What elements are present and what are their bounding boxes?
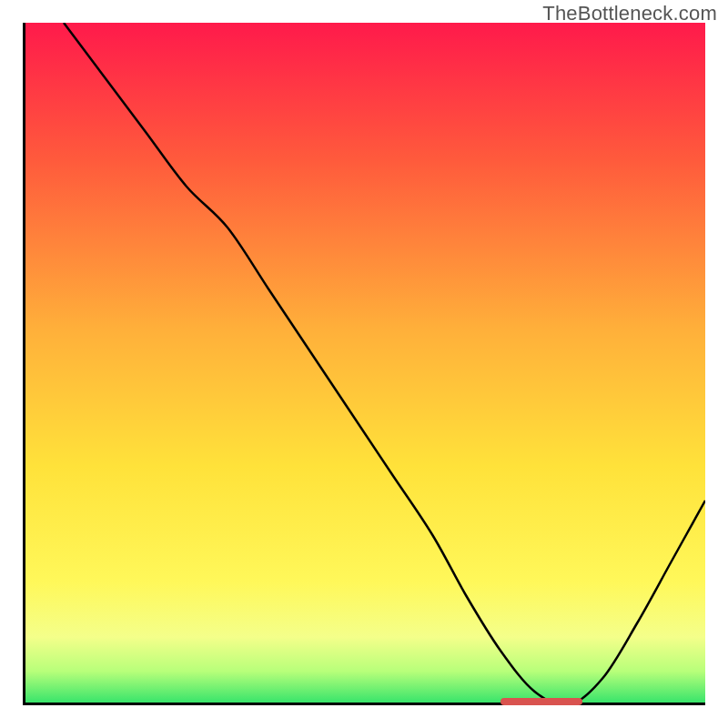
minimum-marker bbox=[500, 698, 582, 705]
curve-svg bbox=[23, 23, 705, 705]
watermark-text: TheBottleneck.com bbox=[542, 2, 717, 25]
bottleneck-curve-path bbox=[64, 23, 705, 705]
chart-container: TheBottleneck.com bbox=[0, 0, 728, 728]
plot-area bbox=[23, 23, 705, 705]
